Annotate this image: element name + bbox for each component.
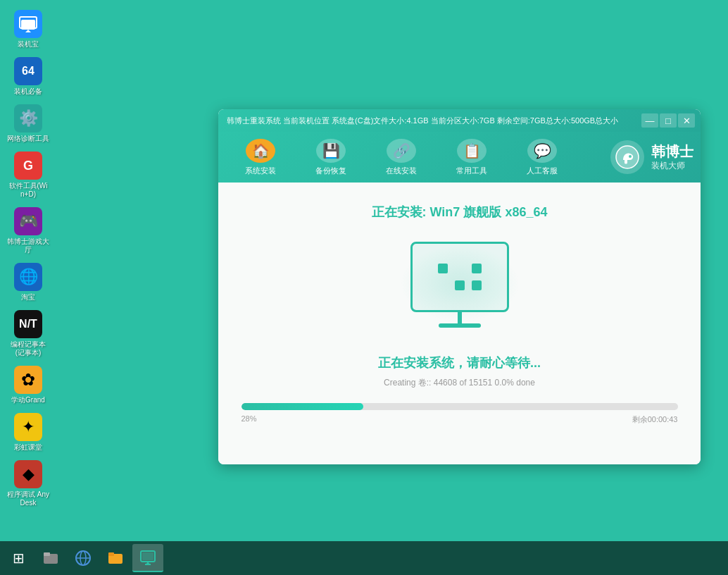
progress-labels: 28% 剩余00:00:43	[241, 414, 678, 425]
dot6	[472, 280, 482, 290]
desktop-icon-label-2: 装机必备	[14, 87, 42, 96]
monitor-dots	[431, 256, 489, 297]
brand-logo	[610, 140, 644, 174]
desktop-icon-5[interactable]: 🎮 韩博士游戏大厅	[4, 204, 52, 257]
dot5	[455, 280, 465, 290]
toolbar: 🏠 系统安装 💾 备份恢复 🔗 在线安装 📋 常用工具 💬 人工客服	[218, 132, 701, 183]
install-title: 正在安装: Win7 旗舰版 x86_64	[372, 204, 548, 221]
dot1	[438, 264, 448, 273]
desktop-icon-label-5: 韩博士游戏大厅	[7, 237, 49, 254]
progress-bar-fill	[241, 403, 364, 410]
backup-icon: 💾	[316, 139, 346, 163]
desktop-icons-area: 装机宝 64 装机必备 ⚙️ 网络诊断工具 G 软件工具(Win+D) 🎮 韩博…	[0, 0, 56, 536]
brand-text: 韩博士 装机大师	[651, 143, 694, 172]
content-area: 正在安装: Win7 旗舰版 x86_64 正在安装	[218, 183, 701, 464]
desktop-icon-9[interactable]: ✦ 彩虹课堂	[4, 410, 52, 455]
desktop-icon-6[interactable]: 🌐 淘宝	[4, 260, 52, 304]
status-sub: Creating 卷:: 44608 of 15151 0.0% done	[384, 377, 535, 389]
brand-area: 韩博士 装机大师	[610, 140, 694, 174]
desktop-icon-10[interactable]: ◆ 程序调试 AnyDesk	[4, 457, 52, 510]
toolbar-btn-online-label: 在线安装	[386, 166, 417, 176]
desktop-icon-1[interactable]: 装机宝	[4, 7, 52, 51]
title-bar: 韩博士重装系统 当前装机位置 系统盘(C盘)文件大小:4.1GB 当前分区大小:…	[218, 109, 701, 132]
toolbar-btn-install[interactable]: 🏠 系统安装	[225, 135, 296, 180]
toolbar-btn-support-label: 人工客服	[527, 166, 558, 176]
dot4	[438, 280, 448, 290]
desktop-icon-label-3: 网络诊断工具	[7, 135, 49, 143]
status-main: 正在安装系统，请耐心等待...	[378, 354, 541, 371]
title-bar-controls: — □ ✕	[641, 113, 695, 128]
svg-point-4	[629, 155, 632, 158]
monitor-stand	[458, 311, 462, 323]
close-button[interactable]: ✕	[678, 113, 695, 128]
desktop-icon-2[interactable]: 64 装机必备	[4, 54, 52, 99]
desktop-icon-label-1: 装机宝	[18, 40, 39, 49]
toolbar-btn-support[interactable]: 💬 人工客服	[507, 135, 577, 180]
taskbar-file-manager[interactable]	[35, 544, 66, 572]
taskbar: ⊞	[0, 541, 728, 575]
app-window: 韩博士重装系统 当前装机位置 系统盘(C盘)文件大小:4.1GB 当前分区大小:…	[218, 109, 701, 464]
tools-icon: 📋	[457, 139, 487, 163]
brand-name: 韩博士	[651, 143, 694, 160]
taskbar-app-active[interactable]	[132, 544, 163, 572]
toolbar-btn-install-label: 系统安装	[245, 166, 276, 176]
svg-rect-13	[142, 552, 153, 560]
dot2	[455, 264, 465, 273]
desktop-icon-label-6: 淘宝	[21, 293, 35, 302]
progress-right-label: 剩余00:00:43	[632, 414, 678, 425]
progress-container: 28% 剩余00:00:43	[241, 403, 678, 425]
svg-rect-6	[44, 552, 50, 556]
start-button[interactable]: ⊞	[3, 544, 34, 572]
toolbar-btn-tools[interactable]: 📋 常用工具	[437, 135, 507, 180]
brand-sub: 装机大师	[651, 160, 694, 172]
desktop-icon-7[interactable]: N/T 编程记事本(记事本)	[4, 307, 52, 360]
progress-left-label: 28%	[241, 414, 257, 425]
desktop-icon-label-4: 软件工具(Win+D)	[7, 182, 49, 199]
support-icon: 💬	[527, 139, 557, 163]
install-icon: 🏠	[246, 139, 275, 163]
svg-rect-11	[108, 552, 114, 556]
desktop-icon-label-8: 学动Grand	[11, 396, 45, 404]
toolbar-btn-backup[interactable]: 💾 备份恢复	[296, 135, 366, 180]
minimize-button[interactable]: —	[641, 113, 658, 128]
monitor-illustration	[403, 242, 516, 333]
desktop-icon-3[interactable]: ⚙️ 网络诊断工具	[4, 101, 52, 146]
title-bar-text: 韩博士重装系统 当前装机位置 系统盘(C盘)文件大小:4.1GB 当前分区大小:…	[227, 116, 641, 126]
toolbar-btn-tools-label: 常用工具	[456, 166, 487, 176]
desktop: 装机宝 64 装机必备 ⚙️ 网络诊断工具 G 软件工具(Win+D) 🎮 韩博…	[0, 0, 728, 575]
taskbar-browser[interactable]	[68, 544, 99, 572]
desktop-icon-4[interactable]: G 软件工具(Win+D)	[4, 149, 52, 202]
svg-marker-2	[25, 30, 31, 32]
desktop-icon-8[interactable]: ✿ 学动Grand	[4, 363, 52, 407]
progress-bar-bg	[241, 403, 678, 410]
dot3	[472, 264, 482, 273]
taskbar-explorer[interactable]	[100, 544, 131, 572]
monitor-screen	[410, 242, 509, 312]
maximize-button[interactable]: □	[660, 113, 677, 128]
toolbar-btn-online[interactable]: 🔗 在线安装	[366, 135, 437, 180]
desktop-icon-label-9: 彩虹课堂	[14, 443, 42, 452]
online-icon: 🔗	[387, 139, 416, 163]
desktop-icon-label-10: 程序调试 AnyDesk	[7, 490, 49, 507]
toolbar-btn-backup-label: 备份恢复	[315, 166, 346, 176]
desktop-icon-label-7: 编程记事本(记事本)	[7, 340, 49, 357]
monitor-base	[439, 323, 481, 328]
